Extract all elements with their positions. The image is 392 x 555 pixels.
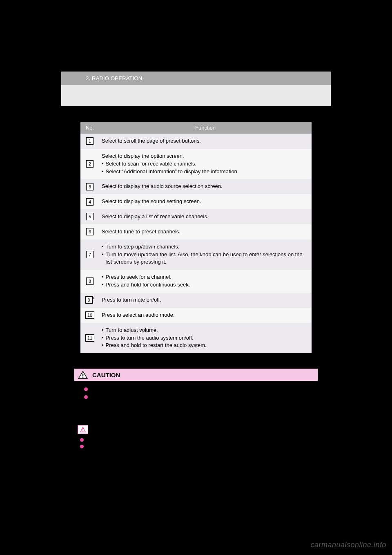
function-text: Press to select an audio mode. (102, 311, 307, 319)
row-number-box: 6 (86, 228, 94, 235)
function-text: Select to display a list of receivable c… (102, 213, 307, 221)
notice-box (74, 423, 318, 448)
table-row: 4Select to display the sound setting scr… (80, 194, 312, 209)
row-number-cell: 7 (80, 239, 99, 270)
asterisk-mark: * (93, 296, 94, 301)
row-number-cell: 3 (80, 179, 99, 194)
row-number-box: 5 (86, 213, 94, 220)
row-number-box: 2 (86, 160, 94, 168)
svg-rect-3 (82, 377, 83, 378)
row-function-cell: Press to select an audio mode. (99, 308, 312, 323)
table-row: 8Press to seek for a channel.Press and h… (80, 270, 312, 293)
column-header-function: Function (99, 122, 312, 134)
function-table: No. Function 1Select to scroll the page … (80, 122, 312, 353)
row-function-cell: Select to tune to preset channels. (99, 224, 312, 239)
row-number-box: 4 (86, 198, 94, 206)
page-container: 2. RADIO OPERATION No. Function 1Select … (61, 72, 331, 450)
row-number-cell: 1 (80, 134, 99, 149)
function-text: Select to scroll the page of preset butt… (102, 137, 307, 145)
row-function-cell: Press to seek for a channel.Press and ho… (99, 270, 312, 293)
row-number-cell: 6 (80, 224, 99, 239)
table-row: 11Turn to adjust volume.Press to turn th… (80, 323, 312, 354)
row-number-box: 3 (86, 183, 94, 190)
table-row: 5Select to display a list of receivable … (80, 209, 312, 224)
page-sub-header (61, 85, 331, 106)
row-number-box: 1 (86, 137, 94, 145)
row-number-cell: 5 (80, 209, 99, 224)
row-number-cell: 10 (80, 308, 99, 323)
table-row: 6Select to tune to preset channels. (80, 224, 312, 239)
caution-body (74, 381, 318, 408)
row-function-cell: Select to display the option screen.Sele… (99, 149, 312, 179)
notice-body (74, 436, 318, 448)
function-text: Press to turn mute on/off. (102, 296, 307, 304)
page-header: 2. RADIO OPERATION (61, 72, 331, 85)
bullet-icon (84, 387, 88, 391)
row-function-cell: Press to turn mute on/off. (99, 293, 312, 308)
caution-header: CAUTION (74, 369, 318, 381)
row-number-box: 9 (85, 296, 93, 304)
function-table-container: No. Function 1Select to scroll the page … (80, 122, 312, 353)
caution-item (84, 394, 313, 399)
table-row: 3Select to display the audio source sele… (80, 179, 312, 194)
row-number-box: 8 (86, 278, 94, 285)
svg-rect-2 (82, 374, 83, 376)
row-function-cell: Select to display the sound setting scre… (99, 194, 312, 209)
column-header-no: No. (80, 122, 99, 134)
function-bullet: Select to scan for receivable channels. (102, 160, 307, 168)
function-bullet: Press to seek for a channel. (102, 273, 307, 281)
warning-triangle-icon (78, 370, 88, 379)
table-row: 9*Press to turn mute on/off. (80, 293, 312, 308)
function-bullet: Turn to step up/down channels. (102, 243, 307, 251)
function-bullet: Turn to adjust volume. (102, 327, 307, 334)
caution-box: CAUTION (74, 369, 318, 408)
function-bullet: Press and hold to restart the audio syst… (102, 342, 307, 349)
function-bullet: Press to turn the audio system on/off. (102, 334, 307, 342)
row-number-cell: 8 (80, 270, 99, 293)
row-function-cell: Select to scroll the page of preset butt… (99, 134, 312, 149)
table-row: 7Turn to step up/down channels.Turn to m… (80, 239, 312, 270)
function-text: Select to display the option screen. (102, 152, 307, 160)
row-number-cell: 11 (80, 323, 99, 354)
row-number-cell: 4 (80, 194, 99, 209)
watermark-text: carmanualsonline.info (310, 541, 386, 549)
row-number-cell: 2 (80, 149, 99, 179)
row-number-box: 7 (86, 251, 94, 258)
notice-icon (78, 425, 88, 434)
caution-item (84, 386, 313, 391)
function-text: Select to tune to preset channels. (102, 228, 307, 236)
bullet-icon (84, 395, 88, 399)
bullet-icon (80, 445, 84, 448)
row-number-cell: 9* (80, 293, 99, 308)
function-bullet: Turn to move up/down the list. Also, the… (102, 251, 307, 266)
row-number-box: 11 (85, 334, 94, 342)
notice-item (74, 443, 318, 448)
function-bullet: Select “Additional Information” to displ… (102, 168, 307, 176)
table-row: 1Select to scroll the page of preset but… (80, 134, 312, 149)
row-number-box: 10 (85, 311, 94, 319)
table-row: 2Select to display the option screen.Sel… (80, 149, 312, 179)
notice-header (74, 423, 318, 436)
function-bullet: Press and hold for continuous seek. (102, 281, 307, 289)
table-header-row: No. Function (80, 122, 312, 134)
row-function-cell: Turn to step up/down channels.Turn to mo… (99, 239, 312, 270)
row-function-cell: Select to display the audio source selec… (99, 179, 312, 194)
table-row: 10Press to select an audio mode. (80, 308, 312, 323)
svg-point-6 (82, 431, 83, 432)
function-text: Select to display the audio source selec… (102, 183, 307, 190)
row-function-cell: Turn to adjust volume.Press to turn the … (99, 323, 312, 354)
caution-title: CAUTION (92, 371, 120, 378)
row-function-cell: Select to display a list of receivable c… (99, 209, 312, 224)
notice-item (74, 436, 318, 442)
bullet-icon (80, 438, 84, 442)
function-text: Select to display the sound setting scre… (102, 198, 307, 206)
